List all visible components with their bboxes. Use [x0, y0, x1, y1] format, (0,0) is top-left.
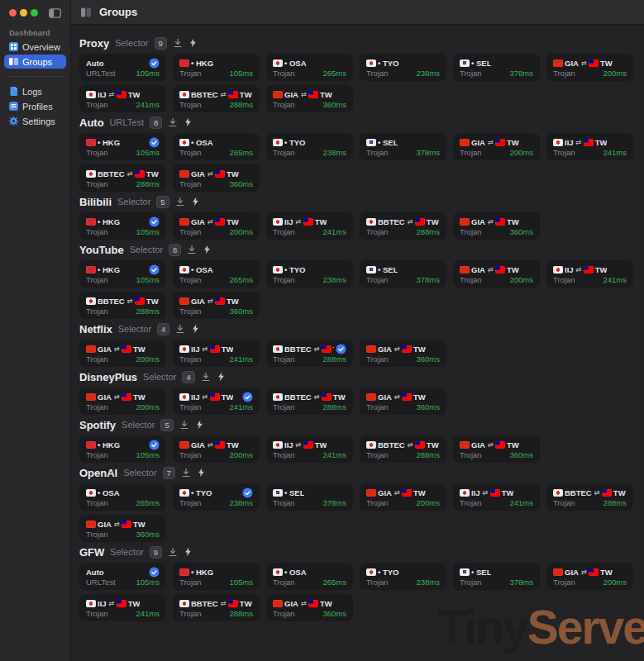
- proxy-node-card[interactable]: • HKGTrojan105ms: [173, 54, 260, 81]
- sidebar-item-groups[interactable]: Groups: [4, 55, 66, 69]
- speedtest-bolt-icon[interactable]: [191, 197, 200, 207]
- proxy-node-card[interactable]: GIA⇄TWTrojan200ms: [79, 340, 166, 367]
- sidebar-toggle-icon[interactable]: [49, 8, 61, 18]
- proxy-node-card[interactable]: • HKGTrojan105ms: [79, 212, 166, 240]
- node-name: BBTEC: [378, 440, 405, 449]
- proxy-node-card[interactable]: AutoURLTest105ms: [79, 563, 166, 590]
- node-label: GIA⇄TW: [366, 392, 426, 402]
- proxy-node-card[interactable]: • SELTrojan378ms: [360, 260, 446, 288]
- node-protocol: Trojan: [179, 609, 202, 618]
- proxy-node-card[interactable]: IIJ⇄TWTrojan241ms: [266, 435, 353, 463]
- latency-test-icon[interactable]: [179, 420, 189, 430]
- proxy-node-card[interactable]: BBTEC⇄TWTrojan288ms: [79, 292, 166, 319]
- proxy-node-card[interactable]: GIA⇄TWTrojan200ms: [546, 563, 633, 590]
- proxy-node-card[interactable]: GIA⇄TWTrojan360ms: [453, 435, 540, 463]
- proxy-node-card[interactable]: GIA⇄TWTrojan200ms: [453, 260, 540, 288]
- proxy-node-card[interactable]: GIA⇄TWTrojan360ms: [360, 340, 446, 367]
- proxy-node-card[interactable]: GIA⇄TWTrojan200ms: [360, 483, 446, 511]
- latency-test-icon[interactable]: [187, 245, 197, 254]
- proxy-node-card[interactable]: GIA⇄TWTrojan200ms: [453, 133, 540, 160]
- proxy-node-card[interactable]: BBTEC⇄TWTrojan288ms: [173, 594, 260, 621]
- sidebar-item-overview[interactable]: Overview: [4, 40, 66, 54]
- latency-test-icon[interactable]: [168, 117, 178, 127]
- node-latency: 360ms: [322, 609, 346, 618]
- proxy-node-card[interactable]: • OSATrojan265ms: [266, 563, 353, 590]
- proxy-node-card[interactable]: BBTEC⇄TWTrojan288ms: [266, 388, 353, 415]
- proxy-node-card[interactable]: • SELTrojan378ms: [453, 54, 540, 81]
- speedtest-bolt-icon[interactable]: [197, 468, 206, 478]
- proxy-node-card[interactable]: • HKGTrojan105ms: [79, 435, 166, 463]
- proxy-node-card[interactable]: • TYOTrojan238ms: [266, 133, 353, 160]
- speedtest-bolt-icon[interactable]: [188, 38, 198, 48]
- relay-arrow-icon: ⇄: [207, 297, 212, 305]
- speedtest-bolt-icon[interactable]: [217, 372, 226, 382]
- proxy-node-card[interactable]: BBTEC⇄TWTrojan288ms: [79, 164, 166, 192]
- node-latency: 105ms: [229, 69, 253, 78]
- proxy-node-card[interactable]: • SELTrojan378ms: [360, 133, 446, 160]
- sidebar-item-settings[interactable]: Settings: [4, 114, 66, 128]
- latency-test-icon[interactable]: [175, 197, 185, 207]
- latency-test-icon[interactable]: [175, 324, 185, 334]
- proxy-node-card[interactable]: IIJ⇄TWTrojan241ms: [173, 340, 260, 367]
- proxy-node-card[interactable]: IIJ⇄TWTrojan241ms: [79, 594, 166, 621]
- speedtest-bolt-icon[interactable]: [195, 420, 204, 430]
- proxy-node-card[interactable]: BBTEC⇄TWTrojan288ms: [546, 483, 633, 511]
- proxy-node-card[interactable]: IIJ⇄TWTrojan241ms: [173, 388, 260, 415]
- proxy-node-card[interactable]: • SELTrojan378ms: [266, 483, 353, 511]
- speedtest-bolt-icon[interactable]: [184, 117, 193, 127]
- proxy-node-card[interactable]: GIA⇄TWTrojan360ms: [173, 292, 260, 319]
- node-name-2: TW: [333, 345, 334, 354]
- proxy-node-card[interactable]: IIJ⇄TWTrojan241ms: [546, 260, 633, 288]
- node-label: • OSA: [273, 568, 307, 577]
- proxy-node-card[interactable]: AutoURLTest105ms: [79, 54, 166, 81]
- proxy-node-card[interactable]: BBTEC⇄TWTrojan288ms: [360, 212, 446, 240]
- proxy-node-card[interactable]: GIA⇄TWTrojan200ms: [173, 435, 260, 463]
- minimize-button[interactable]: [20, 9, 27, 17]
- close-button[interactable]: [9, 9, 17, 17]
- proxy-node-card[interactable]: IIJ⇄TWTrojan241ms: [453, 483, 540, 511]
- latency-test-icon[interactable]: [201, 372, 211, 382]
- proxy-node-card[interactable]: GIA⇄TWTrojan360ms: [266, 85, 353, 112]
- proxy-node-card[interactable]: • OSATrojan265ms: [173, 133, 260, 160]
- proxy-node-card[interactable]: IIJ⇄TWTrojan241ms: [79, 85, 166, 112]
- node-name: GIA: [471, 138, 485, 147]
- proxy-node-card[interactable]: GIA⇄TWTrojan200ms: [173, 212, 260, 240]
- proxy-node-card[interactable]: IIJ⇄TWTrojan241ms: [266, 212, 353, 240]
- proxy-node-card[interactable]: • TYOTrojan238ms: [173, 483, 260, 511]
- proxy-node-card[interactable]: • OSATrojan265ms: [79, 483, 166, 511]
- sidebar-item-logs[interactable]: Logs: [4, 84, 66, 98]
- proxy-node-card[interactable]: GIA⇄TWTrojan360ms: [79, 515, 166, 542]
- proxy-node-card[interactable]: • TYOTrojan238ms: [360, 563, 446, 590]
- proxy-node-card[interactable]: GIA⇄TWTrojan360ms: [266, 594, 353, 621]
- zoom-button[interactable]: [31, 9, 38, 17]
- proxy-node-card[interactable]: GIA⇄TWTrojan200ms: [79, 388, 166, 415]
- speedtest-bolt-icon[interactable]: [184, 547, 193, 557]
- proxy-node-card[interactable]: IIJ⇄TWTrojan241ms: [546, 133, 633, 160]
- proxy-node-card[interactable]: • HKGTrojan105ms: [79, 133, 166, 160]
- latency-test-icon[interactable]: [173, 38, 183, 48]
- jp-flag-icon: [366, 59, 376, 67]
- latency-test-icon[interactable]: [181, 468, 191, 478]
- node-latency: 200ms: [229, 450, 253, 459]
- proxy-node-card[interactable]: GIA⇄TWTrojan200ms: [546, 54, 633, 81]
- proxy-node-card[interactable]: • HKGTrojan105ms: [79, 260, 166, 288]
- proxy-node-card[interactable]: • OSATrojan265ms: [173, 260, 260, 288]
- proxy-node-card[interactable]: • HKGTrojan105ms: [173, 563, 260, 590]
- proxy-node-card[interactable]: • TYOTrojan238ms: [266, 260, 353, 288]
- speedtest-bolt-icon[interactable]: [191, 324, 200, 334]
- proxy-node-card[interactable]: GIA⇄TWTrojan360ms: [173, 164, 260, 192]
- speedtest-bolt-icon[interactable]: [203, 245, 212, 254]
- latency-test-icon[interactable]: [168, 547, 178, 557]
- proxy-node-card[interactable]: GIA⇄TWTrojan360ms: [453, 212, 540, 240]
- sidebar-item-profiles[interactable]: Profiles: [4, 99, 66, 113]
- proxy-node-card[interactable]: BBTEC⇄TWTrojan288ms: [266, 340, 353, 367]
- proxy-node-card[interactable]: • OSATrojan265ms: [266, 54, 353, 81]
- proxy-node-card[interactable]: • SELTrojan378ms: [453, 563, 540, 590]
- proxy-node-card[interactable]: BBTEC⇄TWTrojan288ms: [173, 85, 260, 112]
- node-name: BBTEC: [98, 169, 125, 178]
- node-latency: 288ms: [603, 498, 627, 507]
- proxy-node-card[interactable]: BBTEC⇄TWTrojan288ms: [360, 435, 446, 463]
- group-type-label: Selector: [123, 468, 156, 478]
- proxy-node-card[interactable]: • TYOTrojan238ms: [360, 54, 446, 81]
- proxy-node-card[interactable]: GIA⇄TWTrojan360ms: [360, 388, 446, 415]
